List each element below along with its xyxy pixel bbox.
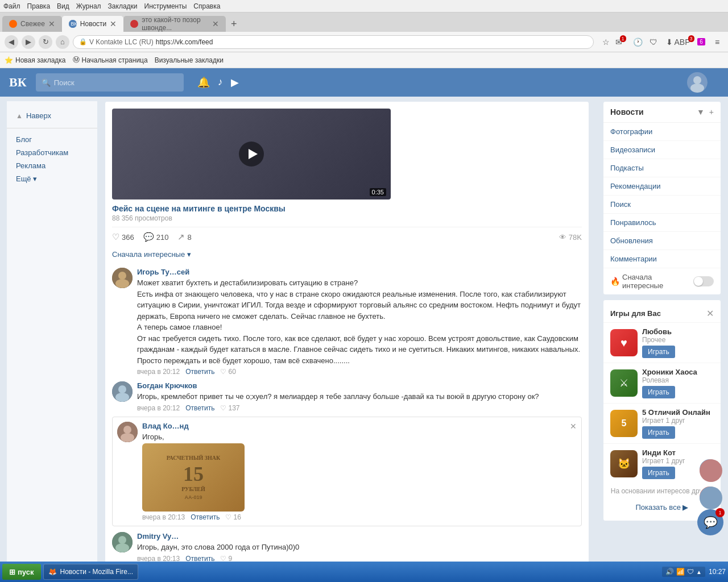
menu-tools[interactable]: Инструменты [144, 2, 187, 10]
chat-avatar-2[interactable] [698, 458, 721, 481]
notification-icon[interactable]: 🔔 [197, 76, 210, 89]
comment-4-author[interactable]: Dmitry Vy… [137, 532, 179, 541]
add-icon[interactable]: + [709, 107, 714, 117]
menu-icon[interactable]: ≡ [711, 36, 723, 48]
music-icon[interactable]: ♪ [218, 76, 223, 89]
post-title[interactable]: Фейс на сцене на митинге в центре Москвы [112, 204, 582, 213]
game-3-genre: Играет 1 друг [642, 417, 714, 425]
left-nav-ads[interactable]: Реклама [7, 159, 97, 172]
comment-3-likes[interactable]: ♡ 16 [225, 513, 241, 521]
chat-avatar-1[interactable] [698, 485, 721, 508]
comment-1-like-count: 60 [228, 368, 235, 376]
start-button[interactable]: ⊞ пуск [2, 564, 41, 580]
extension-icon[interactable]: ABP3 [679, 36, 692, 48]
heart-small-icon: ♡ [220, 368, 226, 376]
new-tab-button[interactable]: + [226, 16, 242, 32]
comment-4-avatar[interactable] [112, 532, 133, 552]
like-button[interactable]: ♡ 366 [112, 232, 134, 242]
game-3-play-button[interactable]: Играть [642, 426, 675, 439]
user-avatar[interactable] [687, 72, 708, 93]
comment-2-meta: вчера в 20:12 Ответить ♡ 137 [137, 404, 582, 412]
security-icon[interactable]: 🛡 [647, 36, 660, 48]
share-button[interactable]: ↗ 8 [177, 232, 191, 242]
forward-button[interactable]: ▶ [22, 35, 35, 49]
game-1-play-button[interactable]: Играть [642, 346, 675, 358]
svg-point-8 [118, 272, 126, 280]
chat-button[interactable]: 💬 1 [697, 509, 723, 535]
tray-security-icon[interactable]: 🛡 [687, 568, 694, 576]
vk-search-box[interactable]: 🔍 [36, 73, 184, 92]
menu-journal[interactable]: Журнал [76, 2, 101, 10]
menu-view[interactable]: Вид [57, 2, 69, 10]
news-search[interactable]: Поиск [603, 196, 721, 214]
back-to-top[interactable]: ▲ Наверх [7, 108, 97, 123]
tab-2[interactable]: ВК Новости ✕ [62, 16, 123, 32]
comment-1-avatar[interactable] [112, 268, 133, 288]
bookmark-new-tab[interactable]: ⭐ Новая закладка [5, 56, 66, 64]
news-recommendations[interactable]: Рекомендации [603, 177, 721, 196]
menu-help[interactable]: Справка [193, 2, 220, 10]
svg-point-9 [115, 279, 129, 288]
comment-3-author[interactable]: Влад Ко…нд [142, 422, 189, 430]
svg-point-15 [121, 433, 134, 442]
tab-1[interactable]: Свежее ✕ [2, 16, 62, 32]
comment-2-reply[interactable]: Ответить [185, 404, 214, 412]
comment-2-likes[interactable]: ♡ 137 [220, 404, 239, 412]
news-liked[interactable]: Понравилось [603, 214, 721, 232]
comment-1-likes[interactable]: ♡ 60 [220, 368, 235, 376]
menu-bookmarks[interactable]: Закладки [108, 2, 138, 10]
back-button[interactable]: ◀ [5, 35, 18, 49]
tray-network-icon[interactable]: 📶 [676, 568, 685, 576]
search-input[interactable] [54, 78, 168, 87]
comment-2-author[interactable]: Богдан Крючков [137, 381, 197, 390]
bookmark-homepage[interactable]: Ⓜ Начальная страница [73, 55, 148, 65]
tab-2-close[interactable]: ✕ [110, 19, 117, 28]
news-videos[interactable]: Видеозаписи [603, 141, 721, 159]
comment-1-reply[interactable]: Ответить [185, 368, 214, 376]
game-4-play-button[interactable]: Играть [642, 467, 675, 479]
video-thumbnail[interactable]: 0:35 [112, 109, 391, 199]
news-updates[interactable]: Обновления [603, 232, 721, 250]
home-button[interactable]: ⌂ [56, 35, 69, 49]
news-comments[interactable]: Комментарии [603, 250, 721, 268]
game-3: 5 5 Отличий Онлайн Играет 1 друг Играть [603, 403, 721, 443]
counter-icon[interactable]: 6 [695, 36, 708, 48]
tray-arrow[interactable]: ▲ [696, 569, 702, 575]
bookmark-star-icon[interactable]: ☆ [599, 36, 612, 48]
address-bar[interactable]: 🔒 V Kontakte LLC (RU) https://vk.com/fee… [73, 35, 594, 49]
comment-button[interactable]: 💬 210 [143, 232, 169, 242]
back-top-label[interactable]: Наверх [26, 111, 51, 120]
comment-3-reply[interactable]: Ответить [191, 513, 220, 521]
comments-sort[interactable]: Сначала интересные ▾ [112, 247, 582, 262]
vk-logo[interactable]: ВК [9, 75, 27, 90]
bookmark-visual[interactable]: Визуальные закладки [155, 56, 224, 64]
history-icon[interactable]: 🕐 [631, 36, 644, 48]
vk-header-icons: 🔔 ♪ ▶ [197, 76, 239, 89]
left-nav-more[interactable]: Ещё ▾ [7, 172, 97, 185]
taskbar-firefox[interactable]: 🦊 Новости - Mozilla Fire... [43, 564, 138, 580]
sort-toggle-switch[interactable] [693, 276, 714, 286]
left-nav-blog[interactable]: Блог [7, 133, 97, 146]
comment-3-avatar[interactable] [117, 422, 138, 442]
menu-edit[interactable]: Правка [27, 2, 51, 10]
menu-file[interactable]: Файл [3, 2, 20, 10]
tab-3-close[interactable]: ✕ [212, 19, 219, 28]
tab-3[interactable]: это какой-то позор швонде... ✕ [123, 16, 226, 32]
filter-icon[interactable]: ▼ [697, 107, 705, 117]
browser-window: Файл Правка Вид Журнал Закладки Инструме… [0, 0, 728, 68]
comment-2-avatar[interactable] [112, 381, 133, 402]
mail-icon[interactable]: ✉1 [615, 36, 628, 48]
tab-1-close[interactable]: ✕ [48, 19, 55, 28]
news-podcasts[interactable]: Подкасты [603, 159, 721, 177]
left-nav-dev[interactable]: Разработчикам [7, 146, 97, 159]
video-icon[interactable]: ▶ [231, 76, 239, 89]
game-2-play-button[interactable]: Играть [642, 386, 675, 398]
tray-sound-icon[interactable]: 🔊 [665, 568, 674, 576]
reload-button[interactable]: ↻ [39, 35, 52, 49]
news-photos[interactable]: Фотографии [603, 123, 721, 141]
tab-1-label: Свежее [20, 20, 45, 28]
comment-1-author[interactable]: Игорь Ту…сей [137, 268, 189, 276]
games-close-button[interactable]: ✕ [706, 308, 714, 319]
comment-3-close-button[interactable]: ✕ [570, 422, 577, 431]
like-count: 366 [122, 233, 134, 242]
